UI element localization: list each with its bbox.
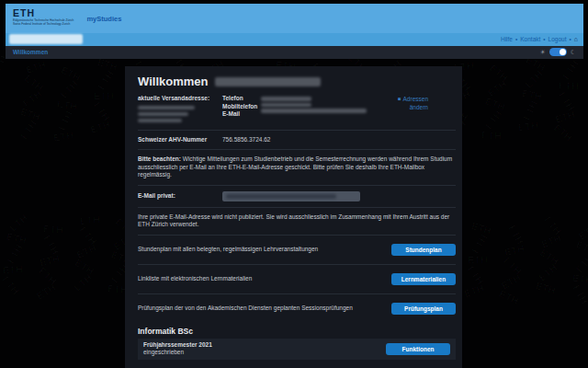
program-heading: Informatik BSc bbox=[138, 327, 456, 336]
page-title: Willkommen bbox=[138, 75, 208, 88]
address-section: aktuelle Versandadresse: Telefon Mobilte… bbox=[138, 95, 456, 125]
telefon-label: Telefon bbox=[222, 95, 261, 103]
toggle-knob bbox=[560, 49, 566, 55]
breadcrumb-bar: Willkommen ☀ ☾ bbox=[6, 46, 583, 59]
link-separator: • bbox=[515, 36, 517, 42]
address-label: aktuelle Versandadresse: bbox=[138, 95, 222, 103]
breadcrumb-willkommen[interactable]: Willkommen bbox=[13, 49, 48, 55]
service-row-stundenplan: Stundenplan mit allen belegten, regelmäs… bbox=[138, 239, 456, 260]
welcome-title-row: Willkommen bbox=[138, 75, 456, 88]
top-links: Hilfe•Kontakt•Logout•⌂ bbox=[501, 36, 578, 42]
ahv-row: Schweizer AHV-Nummer 756.5856.3724.62 bbox=[138, 134, 456, 146]
link-bullet: ◾ bbox=[398, 96, 401, 101]
divider bbox=[138, 149, 456, 150]
mobiltelefon-label: Mobiltelefon bbox=[222, 103, 261, 111]
enrollment-status: eingeschrieben bbox=[143, 349, 212, 357]
page: ETHETHETHETHETHETHETHETHETHETHETHETHETHE… bbox=[0, 0, 588, 368]
stundenplan-description: Stundenplan mit allen belegten, regelmäs… bbox=[138, 246, 318, 254]
link-separator: • bbox=[569, 36, 571, 42]
link-separator: • bbox=[543, 36, 545, 42]
divider bbox=[138, 185, 456, 186]
sub-header: Hilfe•Kontakt•Logout•⌂ bbox=[6, 33, 583, 46]
theme-switcher: ☀ ☾ bbox=[539, 48, 576, 56]
top-header: ETH Eidgenössische Technische Hochschule… bbox=[6, 4, 583, 33]
stundenplan-button[interactable]: Stundenplan bbox=[391, 244, 456, 256]
divider bbox=[138, 264, 456, 265]
divider bbox=[138, 235, 456, 236]
program-semester-row: Frühjahrssemester 2021 eingeschrieben Fu… bbox=[138, 339, 456, 360]
kontakt-link[interactable]: Kontakt bbox=[520, 36, 540, 42]
pruefungsplan-description: Prüfungsplan der von den Akademischen Di… bbox=[138, 305, 353, 313]
redacted-contact-values bbox=[261, 95, 380, 125]
pruefungsplan-button[interactable]: Prüfungsplan bbox=[391, 303, 456, 315]
ahv-value: 756.5856.3724.62 bbox=[222, 136, 456, 144]
sun-icon: ☀ bbox=[539, 49, 545, 56]
ahv-label: Schweizer AHV-Nummer bbox=[138, 136, 222, 144]
notice-paragraph: Bitte beachten: Wichtige Mitteilungen zu… bbox=[138, 154, 456, 181]
redacted-email-value bbox=[226, 194, 336, 199]
lernmaterialien-description: Linkliste mit elektronischen Lernmateria… bbox=[138, 275, 252, 283]
service-row-lernmaterialien: Linkliste mit elektronischen Lernmateria… bbox=[138, 269, 456, 290]
eth-logo-subline-en: Swiss Federal Institute of Technology Zu… bbox=[13, 22, 74, 26]
dark-mode-toggle[interactable] bbox=[549, 48, 567, 56]
logout-link[interactable]: Logout bbox=[548, 36, 567, 42]
divider bbox=[138, 130, 456, 131]
funktionen-button[interactable]: Funktionen bbox=[386, 343, 450, 355]
notice-text: Wichtige Mitteilungen zum Studienbetrieb… bbox=[138, 155, 452, 178]
semester-label: Frühjahrssemester 2021 bbox=[143, 341, 212, 350]
eth-logo: ETH Eidgenössische Technische Hochschule… bbox=[13, 8, 74, 26]
moon-icon: ☾ bbox=[571, 49, 576, 56]
redacted-address bbox=[138, 106, 222, 123]
service-row-pruefungsplan: Prüfungsplan der von den Akademischen Di… bbox=[138, 298, 456, 319]
main-panel: Willkommen aktuelle Versandadresse: Tele… bbox=[125, 66, 462, 368]
lernmaterialien-button[interactable]: Lernmaterialien bbox=[391, 273, 456, 285]
email-label: E-Mail bbox=[222, 110, 261, 119]
email-private-row: E-Mail privat: bbox=[138, 190, 456, 203]
email-note: Ihre private E-Mail-Adresse wird nicht p… bbox=[138, 212, 456, 231]
home-icon[interactable]: ⌂ bbox=[574, 36, 578, 42]
email-private-label: E-Mail privat: bbox=[138, 192, 222, 201]
email-private-input[interactable] bbox=[222, 191, 360, 201]
change-address-link[interactable]: Adressen ändern bbox=[403, 96, 428, 110]
redacted-user-box bbox=[9, 34, 83, 44]
eth-logo-text: ETH bbox=[13, 8, 74, 18]
app-title-mystudies[interactable]: myStudies bbox=[86, 15, 121, 23]
notice-bold: Bitte beachten: bbox=[138, 155, 181, 162]
divider bbox=[138, 293, 456, 294]
divider bbox=[138, 207, 456, 208]
hilfe-link[interactable]: Hilfe bbox=[501, 36, 513, 42]
redacted-user-name bbox=[215, 77, 321, 86]
change-address-wrap: ◾Adressen ändern bbox=[380, 95, 456, 125]
contact-field-labels: Telefon Mobiltelefon E-Mail bbox=[222, 95, 261, 125]
